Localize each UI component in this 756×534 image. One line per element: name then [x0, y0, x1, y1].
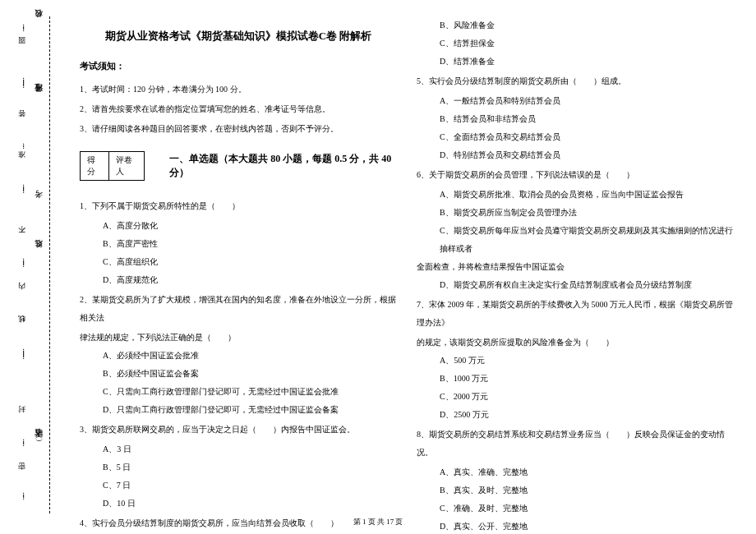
- question-stem: 7、宋体 2009 年，某期货交易所的手续费收入为 5000 万元人民币，根据《…: [417, 296, 734, 332]
- question-option: D、特别结算会员和交易结算会员: [417, 146, 734, 164]
- question-stem-cont: 的规定，该期货交易所应提取的风险准备金为（ ）: [417, 334, 734, 352]
- question-option: B、真实、及时、完整地: [417, 481, 734, 499]
- question-option: C、结算担保金: [417, 35, 734, 53]
- question-option: D、只需向工商行政管理部门登记即可，无需经过中国证监会备案: [80, 401, 397, 419]
- question-stem: 2、某期货交易所为了扩大规模，增强其在国内的知名度，准备在外地设立一分所，根据相…: [80, 291, 397, 327]
- dots: ︰︰: [18, 312, 27, 315]
- right-column: B、风险准备金 C、结算担保金 D、结算准备金 5、实行会员分级结算制度的期货交…: [407, 16, 744, 513]
- question-stem-cont: 律法规的规定，下列说法正确的是（ ）: [80, 329, 397, 347]
- dots: ︰︰︰: [18, 21, 27, 25]
- question-option: A、期货交易所批准、取消会员的会员资格，应当向中国证监会报告: [417, 186, 734, 204]
- notice-item: 2、请首先按要求在试卷的指定位置填写您的姓名、准考证号等信息。: [80, 100, 397, 118]
- dots: ︰︰︰︰︰: [18, 74, 27, 82]
- question-7: 7、宋体 2009 年，某期货交易所的手续费收入为 5000 万元人民币，根据《…: [417, 296, 734, 424]
- question-option: D、期货交易所有权自主决定实行全员结算制度或者会员分级结算制度: [417, 276, 734, 294]
- question-option: C、期货交易所每年应当对会员遵守期货交易所交易规则及其实施细则的情况进行抽样或者: [417, 222, 734, 258]
- left-column: 期货从业资格考试《期货基础知识》模拟试卷C卷 附解析 考试须知： 1、考试时间：…: [70, 16, 407, 513]
- question-option: A、500 万元: [417, 352, 734, 370]
- dots: ︰︰︰: [18, 489, 27, 494]
- page-footer: 第 1 页 共 17 页: [0, 517, 756, 527]
- content-area: 期货从业资格考试《期货基础知识》模拟试卷C卷 附解析 考试须知： 1、考试时间：…: [58, 16, 756, 513]
- question-stem: 3、期货交易所联网交易的，应当于决定之日起（ ）内报告中国证监会。: [80, 421, 397, 439]
- question-option: C、全面结算会员和交易结算会员: [417, 128, 734, 146]
- question-option: A、一般结算会员和特别结算会员: [417, 92, 734, 110]
- question-option: C、只需向工商行政管理部门登记即可，无需经过中国证监会批准: [80, 383, 397, 401]
- question-4-cont: B、风险准备金 C、结算担保金 D、结算准备金: [417, 16, 734, 71]
- question-option: C、高度组织化: [80, 253, 397, 271]
- binding-margin: 校名 准考证号 考 姓名 省（市区） ︰︰︰ 圆 ︰︰︰︰︰ 答 ︰︰ 准 ︰︰…: [0, 16, 58, 513]
- question-option: B、必须经中国证监会备案: [80, 365, 397, 383]
- dots: ︰︰︰: [18, 435, 27, 440]
- notice-item: 3、请仔细阅读各种题目的回答要求，在密封线内答题，否则不予评分。: [80, 120, 397, 138]
- question-option: B、高度严密性: [80, 235, 397, 253]
- score-label: 得分: [81, 152, 109, 180]
- question-option: B、结算会员和非结算会员: [417, 110, 734, 128]
- question-3: 3、期货交易所联网交易的，应当于决定之日起（ ）内报告中国证监会。 A、3 日 …: [80, 421, 397, 513]
- question-option-cont: 全面检查，并将检查结果报告中国证监会: [417, 258, 734, 276]
- question-2: 2、某期货交易所为了扩大规模，增强其在国内的知名度，准备在外地设立一分所，根据相…: [80, 291, 397, 419]
- question-stem: 6、关于期货交易所的会员管理，下列说法错误的是（ ）: [417, 166, 734, 184]
- section-header: 得分 评卷人 一、单选题（本大题共 80 小题，每题 0.5 分，共 40 分）: [80, 145, 397, 187]
- question-option: A、高度分散化: [80, 217, 397, 235]
- exam-title: 期货从业资格考试《期货基础知识》模拟试卷C卷 附解析: [80, 29, 397, 44]
- question-option: B、期货交易所应当制定会员管理办法: [417, 204, 734, 222]
- question-option: B、5 日: [80, 458, 397, 476]
- question-stem: 5、实行会员分级结算制度的期货交易所由（ ）组成。: [417, 72, 734, 90]
- question-option: D、10 日: [80, 495, 397, 513]
- cut-line: [49, 16, 50, 513]
- notice-item: 1、考试时间：120 分钟，本卷满分为 100 分。: [80, 81, 397, 99]
- section-title: 一、单选题（本大题共 80 小题，每题 0.5 分，共 40 分）: [169, 152, 397, 180]
- question-option: A、必须经中国证监会批准: [80, 347, 397, 365]
- dots: ︰︰︰︰: [18, 181, 27, 187]
- question-1: 1、下列不属于期货交易所特性的是（ ） A、高度分散化 B、高度严密性 C、高度…: [80, 197, 397, 289]
- question-option: A、真实、准确、完整地: [417, 463, 734, 481]
- exam-page: 校名 准考证号 考 姓名 省（市区） ︰︰︰ 圆 ︰︰︰︰︰ 答 ︰︰ 准 ︰︰…: [0, 0, 756, 534]
- dots: ︰︰︰︰: [18, 255, 27, 261]
- question-option: C、准确、及时、完整地: [417, 499, 734, 518]
- question-option: B、1000 万元: [417, 370, 734, 388]
- question-option: D、2500 万元: [417, 406, 734, 424]
- question-option: C、7 日: [80, 476, 397, 495]
- notice-heading: 考试须知：: [80, 60, 397, 72]
- dots: ︰︰: [18, 140, 27, 143]
- score-box: 得分 评卷人: [80, 151, 145, 181]
- question-option: C、2000 万元: [417, 388, 734, 406]
- question-option: D、结算准备金: [417, 53, 734, 71]
- question-stem: 8、期货交易所的交易结算系统和交易结算业务应当（ ）反映会员保证金的变动情况。: [417, 426, 734, 462]
- question-option: A、3 日: [80, 440, 397, 458]
- question-option: D、高度规范化: [80, 271, 397, 289]
- question-6: 6、关于期货交易所的会员管理，下列说法错误的是（ ） A、期货交易所批准、取消会…: [417, 166, 734, 294]
- dots: ︰︰︰︰︰: [18, 345, 27, 353]
- question-stem: 1、下列不属于期货交易所特性的是（ ）: [80, 197, 397, 215]
- question-5: 5、实行会员分级结算制度的期货交易所由（ ）组成。 A、一般结算会员和特别结算会…: [417, 72, 734, 164]
- reviewer-label: 评卷人: [109, 152, 145, 180]
- question-option: B、风险准备金: [417, 16, 734, 35]
